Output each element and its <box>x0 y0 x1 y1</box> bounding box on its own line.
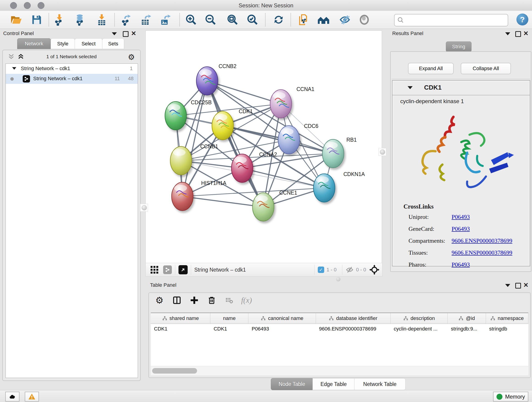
network-share-icon[interactable] <box>163 265 172 274</box>
table-panel-float-menu-icon[interactable] <box>505 284 510 287</box>
collection-expand-icon[interactable] <box>12 67 16 70</box>
table-cell[interactable]: stringdb <box>486 324 528 334</box>
results-panel-float-menu-icon[interactable] <box>505 32 510 35</box>
results-panel-title: Results Panel <box>392 31 423 36</box>
lens-icon[interactable] <box>358 13 371 26</box>
network-node-cdk1[interactable]: CDK1 <box>212 108 253 140</box>
memory-button[interactable]: Memory <box>493 392 528 402</box>
cloud-button[interactable] <box>5 392 19 402</box>
table-cell[interactable]: CDK1 <box>151 324 210 334</box>
column-header-canonical-name[interactable]: canonical name <box>248 313 316 324</box>
table-cell[interactable]: CDK1 <box>210 324 248 334</box>
grid-view-icon[interactable] <box>150 265 159 274</box>
network-edge[interactable] <box>182 81 207 196</box>
zoom-out-icon[interactable] <box>204 13 217 26</box>
network-edge[interactable] <box>182 196 263 207</box>
column-header-name[interactable]: name <box>210 313 248 324</box>
control-panel-close-icon[interactable]: ✕ <box>131 31 136 36</box>
birds-eye-view-icon[interactable] <box>369 265 380 275</box>
zoom-selected-icon[interactable] <box>246 13 259 26</box>
table-panel-float-icon[interactable] <box>515 283 521 288</box>
save-session-icon[interactable] <box>30 13 43 26</box>
column-header-database-identifier[interactable]: database identifier <box>316 313 391 324</box>
crosslink-value-link[interactable]: P06493 <box>452 225 470 232</box>
crosslink-label: Pharos: <box>409 261 426 268</box>
network-collection-row[interactable]: String Network – cdk1 1 <box>6 64 138 74</box>
tab-string[interactable]: String <box>446 41 472 52</box>
network-graph[interactable]: CCNB2CCNA1CDC25BCDK1CDC6RB1CCNB1CCNA2CDK… <box>146 31 382 263</box>
horizontal-scrollbar[interactable] <box>151 366 528 375</box>
tab-select[interactable]: Select <box>75 38 102 49</box>
tab-node-table[interactable]: Node Table <box>271 378 313 390</box>
zoom-fit-icon[interactable] <box>226 13 239 26</box>
tab-sets[interactable]: Sets <box>102 38 124 49</box>
table-panel-close-icon[interactable]: ✕ <box>523 283 529 287</box>
network-node-cdc6[interactable]: CDC6 <box>278 123 318 154</box>
export-image-icon[interactable] <box>159 13 172 26</box>
hide-selected-icon[interactable] <box>338 13 351 26</box>
tab-network-table[interactable]: Network Table <box>354 378 405 390</box>
crosslink-value-link[interactable]: 9606.ENSP00000378699 <box>452 237 512 244</box>
scrollbar-thumb[interactable] <box>152 368 197 374</box>
export-network-icon[interactable] <box>120 13 133 26</box>
open-in-new-window-icon[interactable] <box>178 265 188 274</box>
delete-table-icon[interactable] <box>224 295 234 305</box>
network-node-cdkn1a[interactable]: CDKN1A <box>313 171 365 202</box>
gene-section-header[interactable]: CDK1 <box>393 81 530 95</box>
network-view-canvas[interactable]: CCNB2CCNA1CDC25BCDK1CDC6RB1CCNB1CCNA2CDK… <box>146 31 382 263</box>
refresh-icon[interactable] <box>272 13 285 26</box>
gene-collapse-icon[interactable] <box>408 86 413 89</box>
copy-network-icon[interactable] <box>297 13 310 26</box>
show-columns-icon[interactable] <box>172 295 182 305</box>
application-window: Session: New Session <box>0 0 532 402</box>
table-cell[interactable]: stringdb:9... <box>448 324 486 334</box>
column-header-namespace[interactable]: namespace <box>486 313 528 324</box>
column-header--id[interactable]: @id <box>448 313 486 324</box>
collapse-all-button[interactable]: Collapse All <box>461 63 511 74</box>
crosslink-value-link[interactable]: 9606.ENSP00000378699 <box>452 249 512 256</box>
results-panel-close-icon[interactable]: ✕ <box>523 31 529 36</box>
network-node-ccnb2[interactable]: CCNB2 <box>196 63 236 95</box>
zoom-in-icon[interactable] <box>185 13 197 26</box>
control-panel-float-menu-icon[interactable] <box>112 32 117 35</box>
table-cell[interactable]: 9606.ENSP00000378699 <box>316 324 391 334</box>
title-bar: Session: New Session <box>0 0 532 11</box>
control-panel-float-icon[interactable] <box>123 31 128 37</box>
search-input[interactable] <box>406 17 508 23</box>
table-cell[interactable]: P06493 <box>248 324 316 334</box>
network-node-ccne1[interactable]: CCNE1 <box>253 190 297 221</box>
import-network-file-icon[interactable] <box>53 13 66 26</box>
tab-network[interactable]: Network <box>17 38 51 49</box>
import-network-database-icon[interactable] <box>73 13 86 26</box>
expand-all-button[interactable]: Expand All <box>408 63 454 74</box>
tab-style[interactable]: Style <box>51 38 75 49</box>
import-table-file-icon[interactable] <box>95 13 108 26</box>
function-builder-icon[interactable]: f(x) <box>241 295 252 305</box>
network-row[interactable]: String Network – cdk1 11 48 <box>6 74 138 84</box>
results-panel-float-icon[interactable] <box>515 31 521 37</box>
column-header-shared-name[interactable]: shared name <box>151 313 210 324</box>
network-options-gear-icon[interactable]: ⚙ <box>128 52 135 62</box>
table-settings-gear-icon[interactable]: ⚙ <box>154 295 165 305</box>
warnings-button[interactable] <box>25 392 39 402</box>
delete-column-trash-icon[interactable] <box>207 295 217 305</box>
table-cell[interactable]: cyclin-dependent ... <box>391 324 448 334</box>
right-splitter-handle[interactable] <box>379 148 386 156</box>
home-icon[interactable] <box>317 13 330 26</box>
network-node-rb1[interactable]: RB1 <box>322 137 357 168</box>
open-session-icon[interactable] <box>10 13 22 26</box>
table-row[interactable]: CDK1CDK1P064939606.ENSP00000378699cyclin… <box>151 324 528 334</box>
search-box[interactable] <box>394 14 508 26</box>
crosslink-value-link[interactable]: P06493 <box>452 261 470 268</box>
network-node-ccna1[interactable]: CCNA1 <box>270 86 314 118</box>
tab-edge-table[interactable]: Edge Table <box>312 378 355 390</box>
network-edge[interactable] <box>207 81 281 104</box>
export-table-icon[interactable] <box>139 13 152 26</box>
crosslink-value-link[interactable]: P06493 <box>452 214 470 220</box>
column-header-description[interactable]: description <box>391 313 448 324</box>
left-splitter-handle[interactable] <box>140 204 148 211</box>
help-icon[interactable]: ? <box>516 13 528 26</box>
horizontal-splitter-handle[interactable] <box>336 277 341 281</box>
add-column-icon[interactable] <box>189 295 199 305</box>
selected-checkbox-icon[interactable]: ✓ <box>318 267 324 273</box>
